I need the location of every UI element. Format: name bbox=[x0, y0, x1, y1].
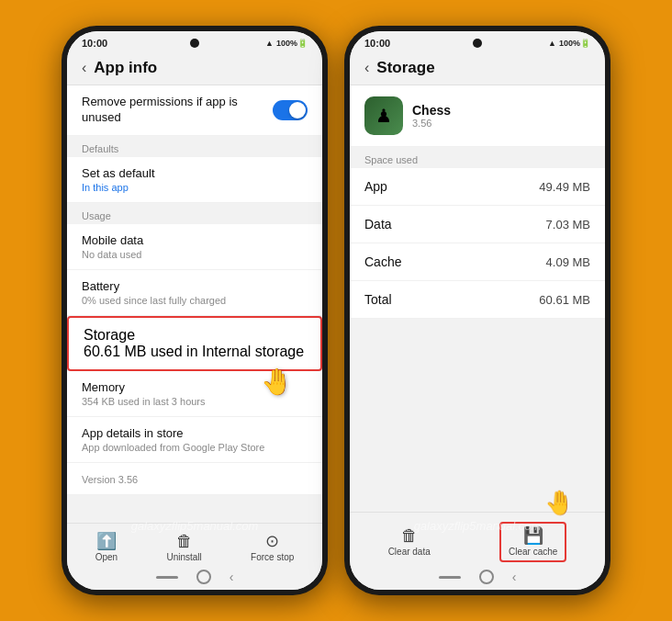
clear-cache-button[interactable]: 💾 Clear cache 🤚 bbox=[499, 522, 566, 562]
left-bottom-nav: ⬆️ Open 🗑 Uninstall ⊙ Force stop ‹ bbox=[67, 523, 322, 590]
left-time: 10:00 bbox=[82, 38, 107, 49]
app-details-label: App details in store bbox=[82, 426, 308, 440]
left-screen-content: Remove permissions if app is unused Defa… bbox=[67, 85, 322, 523]
right-nav-gestures: ‹ bbox=[353, 566, 601, 586]
set-as-default-label: Set as default bbox=[82, 166, 308, 180]
permissions-toggle-row[interactable]: Remove permissions if app is unused bbox=[67, 85, 322, 136]
usage-section-header: Usage bbox=[67, 203, 322, 224]
gesture-circle bbox=[196, 570, 211, 584]
left-nav-buttons: ⬆️ Open 🗑 Uninstall ⊙ Force stop bbox=[71, 529, 319, 566]
right-gesture-bar bbox=[439, 576, 461, 579]
right-page-header: ‹ Storage bbox=[350, 51, 605, 85]
mobile-data-label: Mobile data bbox=[82, 233, 308, 247]
chess-app-icon: ♟ bbox=[364, 96, 403, 135]
left-page-title: App info bbox=[94, 59, 157, 77]
app-name: Chess bbox=[412, 103, 451, 118]
right-back-button[interactable]: ‹ bbox=[364, 60, 369, 76]
total-storage-label: Total bbox=[364, 292, 392, 307]
clear-data-label: Clear data bbox=[388, 547, 431, 557]
right-screen-content: ♟ Chess 3.56 Space used App 49.49 MB Da bbox=[350, 85, 605, 512]
uninstall-icon: 🗑 bbox=[176, 533, 193, 549]
force-stop-label: Force stop bbox=[251, 552, 294, 562]
mobile-data-item[interactable]: Mobile data No data used bbox=[67, 224, 322, 270]
open-button[interactable]: ⬆️ Open bbox=[95, 533, 118, 562]
total-storage-value: 60.61 MB bbox=[539, 293, 590, 307]
set-as-default-sublabel: In this app bbox=[82, 182, 308, 193]
total-storage-row: Total 60.61 MB bbox=[350, 281, 605, 319]
right-signal-icon: ▲ bbox=[548, 39, 556, 48]
app-details-item[interactable]: App details in store App downloaded from… bbox=[67, 417, 322, 463]
open-label: Open bbox=[95, 552, 118, 562]
app-storage-row: App 49.49 MB bbox=[350, 168, 605, 206]
right-status-icons: ▲ 100%🔋 bbox=[548, 39, 590, 48]
right-phone: 10:00 ▲ 100%🔋 ‹ Storage ♟ bbox=[344, 26, 610, 595]
cache-storage-label: Cache bbox=[364, 254, 401, 269]
force-stop-icon: ⊙ bbox=[265, 533, 279, 549]
left-status-icons: ▲ 100%🔋 bbox=[265, 39, 308, 48]
app-storage-value: 49.49 MB bbox=[539, 180, 590, 194]
app-row: ♟ Chess 3.56 bbox=[350, 85, 605, 147]
version-item: Version 3.56 bbox=[67, 463, 322, 495]
data-storage-value: 7.03 MB bbox=[546, 218, 590, 231]
clear-cache-label: Clear cache bbox=[509, 547, 557, 557]
right-gesture-circle bbox=[479, 570, 494, 584]
open-icon: ⬆️ bbox=[96, 533, 117, 549]
app-storage-label: App bbox=[364, 179, 387, 194]
memory-item[interactable]: Memory 354 KB used in last 3 hours bbox=[67, 371, 322, 417]
uninstall-label: Uninstall bbox=[166, 552, 201, 562]
chess-icon: ♟ bbox=[375, 105, 392, 127]
app-details-sublabel: App downloaded from Google Play Store bbox=[82, 442, 308, 453]
cache-storage-value: 4.09 MB bbox=[546, 255, 590, 269]
right-gesture-chevron: ‹ bbox=[512, 570, 517, 584]
back-button[interactable]: ‹ bbox=[82, 60, 86, 76]
clear-cache-icon: 💾 bbox=[523, 527, 543, 544]
left-phone: 10:00 ▲ 100%🔋 ‹ App info Remove permissi… bbox=[62, 26, 328, 595]
right-camera-dot bbox=[473, 39, 482, 48]
gesture-bar-left bbox=[156, 576, 178, 579]
space-used-label: Space used bbox=[350, 147, 605, 168]
storage-label: Storage bbox=[84, 327, 306, 344]
data-storage-row: Data 7.03 MB bbox=[350, 206, 605, 243]
storage-item[interactable]: Storage 60.61 MB used in Internal storag… bbox=[67, 316, 322, 371]
battery-icon: 100%🔋 bbox=[276, 39, 308, 48]
clear-data-icon: 🗑 bbox=[401, 527, 418, 544]
right-nav-buttons: 🗑 Clear data 💾 Clear cache 🤚 bbox=[353, 518, 601, 566]
memory-label: Memory bbox=[82, 380, 308, 394]
signal-icon: ▲ bbox=[265, 39, 274, 48]
app-info: Chess 3.56 bbox=[412, 103, 451, 129]
set-as-default-item[interactable]: Set as default In this app bbox=[67, 157, 322, 203]
mobile-data-sublabel: No data used bbox=[82, 249, 308, 260]
right-battery-icon: 100%🔋 bbox=[559, 39, 590, 48]
left-nav-gestures: ‹ bbox=[71, 566, 319, 586]
right-page-title: Storage bbox=[376, 59, 434, 77]
storage-sublabel: 60.61 MB used in Internal storage bbox=[84, 344, 306, 360]
phones-container: 10:00 ▲ 100%🔋 ‹ App info Remove permissi… bbox=[62, 26, 610, 595]
permissions-toggle[interactable] bbox=[273, 100, 308, 120]
memory-sublabel: 354 KB used in last 3 hours bbox=[82, 396, 308, 407]
battery-label: Battery bbox=[82, 279, 308, 293]
uninstall-button[interactable]: 🗑 Uninstall bbox=[166, 533, 201, 562]
permissions-label: Remove permissions if app is unused bbox=[82, 95, 265, 126]
left-page-header: ‹ App info bbox=[67, 51, 322, 85]
hand-cursor-right: 🤚 bbox=[544, 489, 574, 517]
battery-item[interactable]: Battery 0% used since last fully charged bbox=[67, 270, 322, 316]
right-time: 10:00 bbox=[364, 38, 390, 49]
data-storage-label: Data bbox=[364, 217, 392, 231]
gesture-chevron: ‹ bbox=[230, 570, 234, 584]
app-version: 3.56 bbox=[412, 118, 451, 129]
clear-data-button[interactable]: 🗑 Clear data bbox=[388, 527, 431, 557]
version-label: Version 3.56 bbox=[82, 474, 308, 485]
camera-dot bbox=[190, 39, 199, 48]
force-stop-button[interactable]: ⊙ Force stop bbox=[251, 533, 294, 562]
cache-storage-row: Cache 4.09 MB bbox=[350, 243, 605, 281]
defaults-section-header: Defaults bbox=[67, 136, 322, 157]
right-bottom-nav: 🗑 Clear data 💾 Clear cache 🤚 ‹ bbox=[350, 512, 605, 590]
battery-sublabel: 0% used since last fully charged bbox=[82, 295, 308, 306]
